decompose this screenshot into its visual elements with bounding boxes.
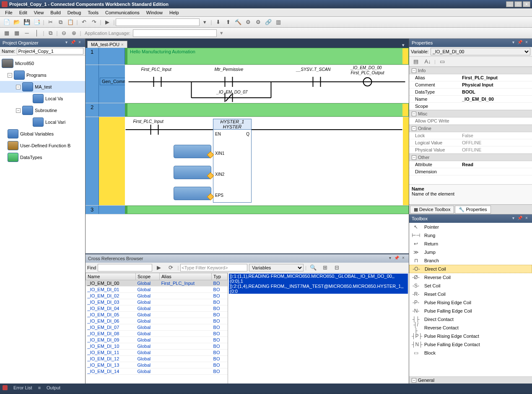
table-row[interactable]: _IO_EM_DI_11GlobalBO [86, 350, 228, 356]
tree-node-subroutine[interactable]: − Subroutine [0, 104, 85, 116]
grid-icon[interactable]: ▦ [2, 29, 11, 37]
maximize-button[interactable]: □ [514, 1, 522, 7]
expand-icon[interactable]: ⊞ [320, 264, 330, 272]
table-row[interactable]: _IO_EM_DI_13GlobalBO [86, 362, 228, 368]
lang-dropdown-icon[interactable]: ▾ [217, 29, 226, 37]
pin-icon[interactable]: 📌 [517, 216, 523, 222]
tab-device-toolbox[interactable]: ▦Device Toolbox [410, 206, 454, 214]
panel-close-icon[interactable]: × [400, 256, 406, 261]
refresh-icon[interactable]: ⟳ [166, 264, 175, 272]
toolbox-item[interactable]: ≫Jump [409, 248, 532, 256]
dropdown-icon[interactable]: ▾ [200, 18, 209, 26]
tree-node-micro850[interactable]: Micro850 [0, 57, 85, 69]
tab-properties[interactable]: 🔧Properties [455, 206, 490, 214]
paste-icon[interactable]: 📋 [66, 18, 75, 26]
toolbox-item[interactable]: -O-Direct Coil [409, 265, 532, 273]
table-row[interactable]: _IO_EM_DI_05GlobalBO [86, 312, 228, 318]
pin-icon[interactable]: 📌 [517, 40, 523, 46]
toolbox-item[interactable]: -S-Set Coil [409, 282, 532, 290]
xref-table[interactable]: Name Scope Alias Typ _IO_EM_DI_00GlobalF… [86, 273, 228, 384]
collapse-icon[interactable]: ⊟ [332, 264, 341, 272]
pin-block-eps[interactable] [174, 187, 211, 200]
table-row[interactable]: _IO_EM_DI_08GlobalBO [86, 331, 228, 337]
toolbox-item[interactable]: ┤/├Reverse Contact [409, 324, 532, 332]
table-row[interactable]: _IO_EM_DI_04GlobalBO [86, 305, 228, 312]
tool-icon[interactable]: ⚙ [244, 18, 253, 26]
grid2-icon[interactable]: ▦ [12, 29, 21, 37]
net-icon[interactable]: 🔗 [264, 18, 273, 26]
rung-1-comment[interactable]: Hello Manufacturing Automation [125, 48, 409, 65]
toolbox-item[interactable]: ⊓Branch [409, 256, 532, 265]
panel-menu-icon[interactable]: ▾ [510, 40, 516, 46]
toolbox-item[interactable]: ↖Pointer [409, 223, 532, 231]
ladder-editor[interactable]: 1 Hello Manufacturing Automation Gen_Com… [86, 48, 409, 253]
collapse-icon[interactable]: − [16, 108, 21, 113]
toolbox-item[interactable]: -R-Reset Coil [409, 290, 532, 298]
toolbox-item[interactable]: ↩Return [409, 240, 532, 248]
undo-icon[interactable]: ↶ [79, 18, 88, 26]
menu-window[interactable]: Window [143, 10, 166, 15]
toolbox-item[interactable]: ┤P├Pulse Rising Edge Contact [409, 332, 532, 340]
sort-icon[interactable]: A↓ [423, 57, 432, 66]
new-icon[interactable]: 📄 [2, 18, 11, 26]
tree-node-ma-test[interactable]: − MA_test [0, 81, 85, 93]
build-icon[interactable]: 🔨 [234, 18, 243, 26]
find-input[interactable] [98, 264, 152, 271]
collapse-icon[interactable]: − [412, 378, 416, 383]
error-list-tab[interactable]: Error List [13, 385, 32, 390]
col-scope[interactable]: Scope [135, 273, 159, 280]
table-row[interactable]: _IO_EM_DI_01GlobalBO [86, 287, 228, 293]
close-button[interactable]: × [523, 1, 530, 7]
table-row[interactable]: _IO_EM_DI_06GlobalBO [86, 318, 228, 324]
pin-icon[interactable]: 📌 [394, 256, 400, 261]
toolbox-category-general[interactable]: − General [409, 376, 532, 384]
table-row[interactable]: _IO_EM_DI_10GlobalBO [86, 343, 228, 350]
table-row[interactable]: _IO_EM_DI_02GlobalBO [86, 293, 228, 299]
menu-file[interactable]: File [2, 10, 16, 15]
open-icon[interactable]: 📂 [12, 18, 21, 26]
pin-block-xin2[interactable] [174, 166, 211, 179]
tree-node-local-va-1[interactable]: Local Va [0, 93, 85, 104]
tree-node-local-va-2[interactable]: Local Vari [0, 116, 85, 128]
table-row[interactable]: _IO_EM_DI_07GlobalBO [86, 324, 228, 331]
toolbox-item[interactable]: -Ø-Reverse Coil [409, 273, 532, 282]
config-combo[interactable] [116, 18, 200, 26]
redo-icon[interactable]: ↷ [89, 18, 99, 26]
panel-close-icon[interactable]: × [524, 40, 529, 46]
pin-icon[interactable]: 📌 [70, 40, 76, 46]
col-alias[interactable]: Alias [159, 273, 211, 280]
tree-node-global-vars[interactable]: Global Variables [0, 128, 85, 140]
toolbox-item[interactable]: ▭Block [409, 349, 532, 357]
tree-node-udfb[interactable]: User-Defined Function B [0, 140, 85, 151]
tab-close-icon[interactable]: × [121, 42, 124, 47]
upload-icon[interactable]: ⬆ [223, 18, 233, 26]
project-name-input[interactable] [17, 48, 83, 55]
variable-select[interactable]: _IO_EM_DI_00 [431, 48, 530, 55]
panel-menu-icon[interactable]: ▾ [387, 256, 393, 261]
function-block-hyster[interactable]: HYSTER_1HYSTER EN Q XIN1 XIN2 EPS [213, 119, 252, 203]
col-name[interactable]: Name [86, 273, 136, 280]
zoom-in-icon[interactable]: ⊕ [69, 29, 78, 37]
wire2-icon[interactable]: │ [32, 29, 42, 37]
output-tab[interactable]: Output [47, 385, 60, 390]
menu-view[interactable]: View [31, 10, 47, 15]
categorize-icon[interactable]: ▤ [411, 57, 420, 66]
wire-icon[interactable]: ─ [22, 29, 31, 37]
type-filter-input[interactable] [180, 264, 247, 271]
menu-debug[interactable]: Debug [64, 10, 84, 15]
toolbox-item[interactable]: ┤N├Pulse Falling Edge Contact [409, 340, 532, 349]
panel-menu-icon[interactable]: ▾ [510, 216, 516, 222]
play-icon[interactable]: ▶ [103, 18, 112, 26]
panel-close-icon[interactable]: × [524, 216, 529, 222]
table-row[interactable]: _IO_EM_DI_14GlobalBO [86, 368, 228, 375]
find-go-icon[interactable]: ▶ [154, 264, 163, 272]
menu-communications[interactable]: Communications [102, 10, 143, 15]
menu-help[interactable]: Help [166, 10, 182, 15]
collapse-icon[interactable]: − [8, 73, 12, 78]
panel-close-icon[interactable]: × [77, 40, 83, 46]
scope-select[interactable]: Variables [249, 264, 304, 271]
project-tree[interactable]: Micro850 − Programs − MA_test Local Va −… [0, 56, 85, 384]
rung-1-body[interactable]: First_PLC_Input Mtr_Permissive _IO_EM_DO… [125, 65, 409, 103]
tab-menu-icon[interactable]: ▾ [400, 42, 407, 48]
copy2-icon[interactable]: ⧉ [46, 29, 55, 37]
